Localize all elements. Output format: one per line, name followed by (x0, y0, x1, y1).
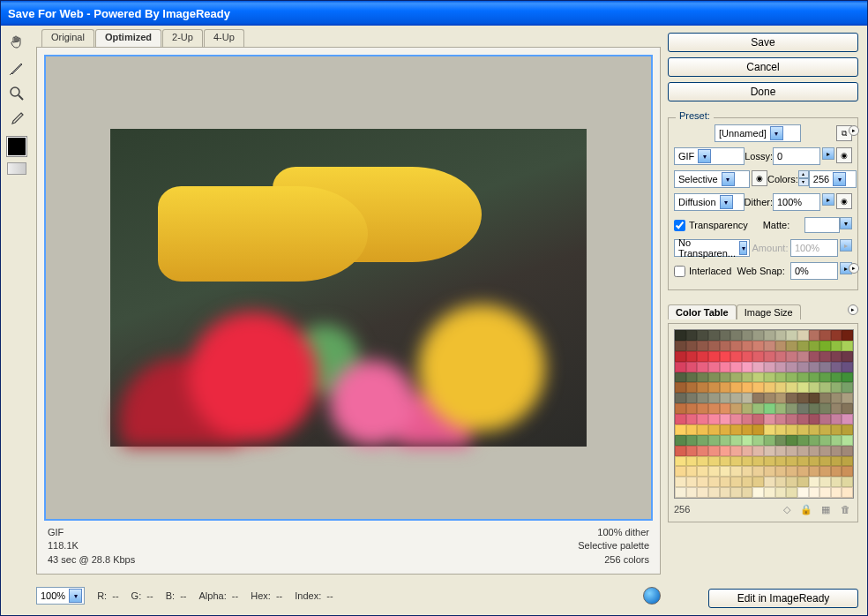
eyedropper-tool-icon[interactable] (5, 108, 28, 131)
color-swatch[interactable] (708, 435, 720, 446)
color-swatch[interactable] (775, 351, 787, 362)
color-swatch[interactable] (797, 372, 809, 383)
color-swatch[interactable] (686, 330, 698, 341)
color-swatch[interactable] (797, 382, 809, 393)
color-swatch[interactable] (842, 477, 853, 487)
color-swatch[interactable] (819, 487, 831, 498)
color-swatch[interactable] (708, 466, 720, 477)
color-swatch[interactable] (720, 487, 731, 498)
color-swatch[interactable] (775, 487, 787, 498)
color-swatch[interactable] (831, 446, 842, 456)
color-swatch[interactable] (697, 382, 708, 393)
color-swatch[interactable] (686, 466, 698, 477)
color-swatch[interactable] (708, 456, 720, 467)
color-swatch[interactable] (742, 435, 753, 446)
foreground-color-swatch[interactable] (7, 137, 26, 156)
color-swatch[interactable] (809, 362, 820, 372)
color-swatch[interactable] (786, 466, 797, 477)
dither-input[interactable]: 100% (773, 193, 820, 211)
color-swatch[interactable] (675, 477, 686, 487)
color-swatch[interactable] (720, 341, 731, 351)
color-swatch[interactable] (675, 414, 686, 424)
color-swatch[interactable] (730, 330, 742, 341)
color-swatch[interactable] (675, 393, 686, 403)
color-swatch[interactable] (797, 477, 809, 487)
color-swatch[interactable] (720, 414, 731, 424)
color-swatch[interactable] (842, 382, 853, 393)
color-swatch[interactable] (819, 341, 831, 351)
ct-snap-icon[interactable]: ◇ (780, 502, 794, 516)
color-swatch[interactable] (720, 351, 731, 362)
color-swatch[interactable] (730, 477, 742, 487)
color-swatch[interactable] (675, 487, 686, 498)
color-swatch[interactable] (819, 382, 831, 393)
color-swatch[interactable] (786, 446, 797, 456)
toggle-slices-icon[interactable] (7, 162, 26, 175)
color-swatch[interactable] (752, 466, 764, 477)
color-swatch[interactable] (742, 341, 753, 351)
color-swatch[interactable] (697, 477, 708, 487)
tab-optimized[interactable]: Optimized (95, 29, 161, 47)
color-swatch[interactable] (764, 456, 775, 467)
color-swatch[interactable] (819, 435, 831, 446)
color-swatch[interactable] (697, 351, 708, 362)
color-swatch[interactable] (742, 330, 753, 341)
color-swatch[interactable] (708, 446, 720, 456)
color-swatch[interactable] (708, 403, 720, 414)
color-swatch[interactable] (775, 435, 787, 446)
color-swatch[interactable] (730, 466, 742, 477)
color-swatch[interactable] (842, 456, 853, 467)
color-swatch[interactable] (697, 435, 708, 446)
color-swatch[interactable] (786, 414, 797, 424)
tab-color-table[interactable]: Color Table (668, 304, 737, 319)
color-swatch[interactable] (831, 435, 842, 446)
color-swatch[interactable] (697, 341, 708, 351)
color-swatch[interactable] (675, 424, 686, 435)
color-swatch[interactable] (764, 477, 775, 487)
matte-swatch[interactable] (804, 217, 840, 233)
color-swatch[interactable] (819, 403, 831, 414)
color-swatch[interactable] (764, 466, 775, 477)
color-swatch[interactable] (730, 382, 742, 393)
color-swatch[interactable] (752, 372, 764, 383)
color-swatch[interactable] (842, 435, 853, 446)
color-swatch[interactable] (708, 424, 720, 435)
cancel-button[interactable]: Cancel (668, 57, 858, 77)
color-swatch[interactable] (764, 351, 775, 362)
color-swatch[interactable] (752, 456, 764, 467)
color-swatch[interactable] (786, 477, 797, 487)
color-swatch[interactable] (831, 487, 842, 498)
color-swatch[interactable] (752, 446, 764, 456)
edit-in-imageready-button[interactable]: Edit in ImageReady (708, 589, 858, 608)
color-swatch[interactable] (752, 477, 764, 487)
color-swatch[interactable] (720, 477, 731, 487)
color-swatch[interactable] (842, 403, 853, 414)
color-swatch[interactable] (819, 362, 831, 372)
color-swatch[interactable] (742, 372, 753, 383)
color-swatch[interactable] (752, 414, 764, 424)
color-swatch[interactable] (831, 424, 842, 435)
color-swatch[interactable] (809, 382, 820, 393)
color-swatch[interactable] (809, 403, 820, 414)
color-swatch[interactable] (809, 330, 820, 341)
color-swatch[interactable] (742, 424, 753, 435)
color-swatch[interactable] (842, 351, 853, 362)
color-swatch[interactable] (786, 382, 797, 393)
color-swatch[interactable] (675, 466, 686, 477)
color-swatch[interactable] (697, 466, 708, 477)
color-swatch[interactable] (764, 487, 775, 498)
color-swatch[interactable] (764, 341, 775, 351)
color-swatch[interactable] (686, 424, 698, 435)
color-swatch[interactable] (708, 372, 720, 383)
color-swatch[interactable] (730, 362, 742, 372)
color-swatch[interactable] (797, 341, 809, 351)
color-swatch[interactable] (775, 362, 787, 372)
color-swatch[interactable] (809, 466, 820, 477)
slice-tool-icon[interactable] (5, 56, 28, 79)
color-swatch[interactable] (752, 362, 764, 372)
matte-dropdown-icon[interactable]: ▾ (840, 217, 852, 229)
color-swatch[interactable] (842, 330, 853, 341)
color-swatch[interactable] (742, 446, 753, 456)
color-swatch[interactable] (775, 456, 787, 467)
color-swatch[interactable] (686, 372, 698, 383)
